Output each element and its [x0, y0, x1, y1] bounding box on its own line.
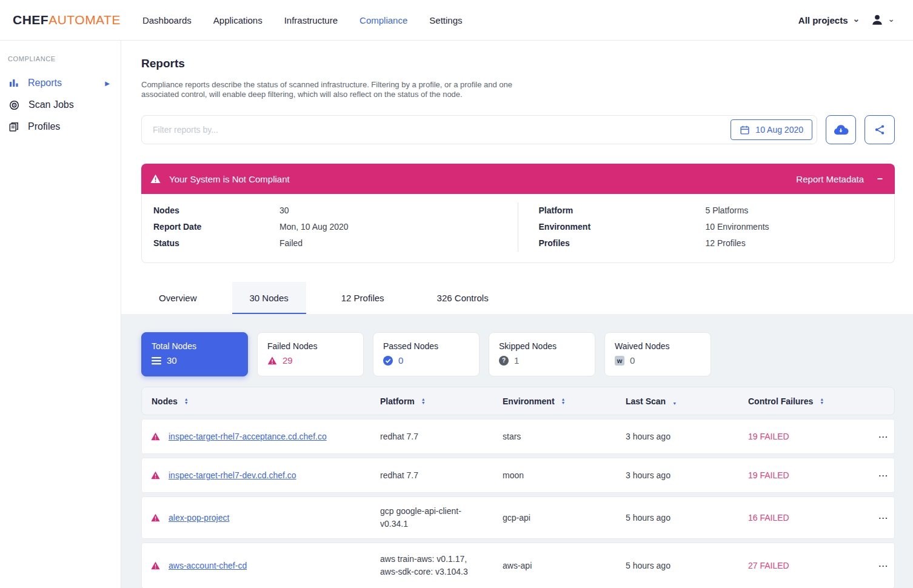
- nav-settings[interactable]: Settings: [429, 15, 462, 25]
- column-header-label: Last Scan: [626, 396, 666, 406]
- metadata-right-column: Platform 5 Platforms Environment 10 Envi…: [518, 202, 895, 252]
- sidebar-item-label: Scan Jobs: [28, 99, 112, 110]
- waived-nodes-card[interactable]: Waived Nodes w 0: [604, 332, 711, 376]
- node-status-cards: Total Nodes 30 Failed Nodes: [141, 332, 895, 376]
- failed-warning-icon: [151, 561, 160, 570]
- card-label: Failed Nodes: [267, 341, 353, 351]
- metadata-row: Report Date Mon, 10 Aug 2020: [153, 219, 518, 235]
- table-row: inspec-target-rhel7-dev.cd.chef.co redha…: [141, 458, 895, 493]
- node-link[interactable]: inspec-target-rhel7-acceptance.cd.chef.c…: [169, 432, 380, 441]
- date-picker-value: 10 Aug 2020: [755, 125, 803, 135]
- metadata-value: 5 Platforms: [706, 202, 749, 219]
- cell-platform: gcp google-api-client-v0.34.1: [380, 505, 503, 530]
- nav-dashboards[interactable]: Dashboards: [142, 15, 192, 25]
- sort-desc-icon: ▼: [820, 401, 824, 405]
- compliance-sidebar: COMPLIANCE Reports ▶ Scan Jobs: [0, 41, 121, 588]
- topnav-right: All projects ⌄ ⌄: [798, 13, 895, 27]
- metadata-row: Platform 5 Platforms: [539, 202, 895, 219]
- failed-nodes-card[interactable]: Failed Nodes 29: [257, 332, 364, 376]
- sort-failures-control[interactable]: ▲ ▼: [820, 398, 824, 405]
- node-link[interactable]: inspec-target-rhel7-dev.cd.chef.co: [169, 470, 380, 480]
- column-header-label: Platform: [380, 396, 415, 406]
- sidebar-item-profiles[interactable]: Profiles: [8, 116, 121, 138]
- node-link[interactable]: alex-pop-project: [169, 513, 380, 523]
- report-metadata-card: Your System is Not Compliant Report Meta…: [141, 164, 895, 263]
- metadata-body: Nodes 30 Report Date Mon, 10 Aug 2020 St…: [141, 194, 895, 263]
- table-row: aws-account-chef-cd aws train-aws: v0.1.…: [141, 543, 895, 588]
- sidebar-item-label: Reports: [28, 78, 96, 89]
- sort-desc-icon: ▼: [184, 401, 189, 405]
- download-report-button[interactable]: [826, 115, 856, 144]
- nav-compliance[interactable]: Compliance: [360, 15, 407, 25]
- page-description: Compliance reports describe the status o…: [141, 80, 515, 99]
- user-menu[interactable]: ⌄: [871, 13, 895, 27]
- skipped-nodes-card[interactable]: Skipped Nodes ? 1: [489, 332, 595, 376]
- card-value: 30: [167, 355, 177, 366]
- sort-last-scan-control[interactable]: ▼: [672, 402, 677, 406]
- banner-title: Your System is Not Compliant: [169, 174, 796, 184]
- share-icon: [874, 124, 886, 136]
- cell-last-scan: 5 hours ago: [626, 561, 748, 570]
- filter-reports-input[interactable]: [153, 125, 731, 135]
- card-label: Waived Nodes: [615, 341, 701, 351]
- passed-nodes-card[interactable]: Passed Nodes 0: [373, 332, 480, 376]
- failed-warning-icon: [151, 471, 160, 479]
- nodes-table: Nodes ▲ ▼ Platform ▲ ▼ E: [141, 387, 895, 588]
- bar-chart-icon: [9, 78, 19, 88]
- metadata-label: Report Date: [153, 219, 279, 235]
- cell-environment: moon: [503, 470, 626, 480]
- card-value: 29: [283, 355, 293, 366]
- logo-automate-text: AUTOMATE: [48, 13, 121, 27]
- sidebar-item-reports[interactable]: Reports ▶: [8, 72, 121, 94]
- row-actions-menu-icon[interactable]: ⋯: [872, 560, 894, 572]
- metadata-label: Profiles: [539, 235, 706, 252]
- cell-platform: redhat 7.7: [380, 430, 503, 443]
- cell-environment: stars: [503, 432, 626, 441]
- sidebar-section-label: COMPLIANCE: [8, 55, 121, 62]
- sort-platform-control[interactable]: ▲ ▼: [421, 398, 426, 405]
- cell-last-scan: 5 hours ago: [626, 513, 748, 523]
- tab-profiles[interactable]: 12 Profiles: [324, 282, 402, 314]
- date-picker-button[interactable]: 10 Aug 2020: [731, 119, 812, 140]
- radar-icon: [9, 100, 19, 110]
- report-metadata-label[interactable]: Report Metadata: [796, 174, 864, 184]
- sort-nodes-control[interactable]: ▲ ▼: [184, 398, 189, 405]
- nodes-table-header: Nodes ▲ ▼ Platform ▲ ▼ E: [141, 387, 895, 415]
- sidebar-item-scan-jobs[interactable]: Scan Jobs: [8, 94, 121, 116]
- caret-right-icon: ▶: [105, 80, 110, 87]
- tab-nodes[interactable]: 30 Nodes: [232, 282, 306, 314]
- node-link[interactable]: aws-account-chef-cd: [169, 561, 380, 570]
- metadata-row: Profiles 12 Profiles: [539, 235, 895, 252]
- row-actions-menu-icon[interactable]: ⋯: [872, 470, 894, 481]
- row-actions-menu-icon[interactable]: ⋯: [872, 512, 894, 524]
- report-tabs: Overview 30 Nodes 12 Profiles 326 Contro…: [141, 282, 895, 314]
- nav-applications[interactable]: Applications: [213, 15, 263, 25]
- metadata-row: Environment 10 Environments: [539, 219, 895, 235]
- total-nodes-card[interactable]: Total Nodes 30: [141, 332, 248, 376]
- logo-chef-text: CHEF: [13, 13, 48, 27]
- warning-triangle-icon: [150, 174, 161, 184]
- metadata-row: Status Failed: [153, 235, 518, 252]
- nav-infrastructure[interactable]: Infrastructure: [284, 15, 338, 25]
- metadata-label: Nodes: [153, 202, 279, 219]
- chef-automate-logo[interactable]: CHEFAUTOMATE: [13, 13, 121, 27]
- tab-overview[interactable]: Overview: [141, 282, 215, 314]
- sort-environment-control[interactable]: ▲ ▼: [561, 398, 566, 405]
- column-header-nodes: Nodes ▲ ▼: [142, 396, 380, 406]
- tab-controls[interactable]: 326 Controls: [420, 282, 506, 314]
- column-header-label: Control Failures: [748, 396, 813, 406]
- waived-w-icon: w: [615, 356, 624, 366]
- card-label: Passed Nodes: [383, 341, 469, 351]
- projects-label: All projects: [798, 15, 848, 25]
- failed-warning-icon: [267, 356, 277, 365]
- filter-container: 10 Aug 2020: [141, 115, 817, 144]
- cell-environment: aws-api: [503, 561, 626, 570]
- metadata-value: Failed: [279, 235, 303, 252]
- main-nav: Dashboards Applications Infrastructure C…: [142, 15, 798, 25]
- share-report-button[interactable]: [865, 115, 895, 144]
- card-value: 1: [514, 355, 519, 366]
- row-actions-menu-icon[interactable]: ⋯: [872, 431, 894, 443]
- collapse-metadata-icon[interactable]: –: [877, 173, 883, 184]
- top-navigation: CHEFAUTOMATE Dashboards Applications Inf…: [0, 0, 913, 41]
- projects-dropdown[interactable]: All projects ⌄: [798, 15, 860, 25]
